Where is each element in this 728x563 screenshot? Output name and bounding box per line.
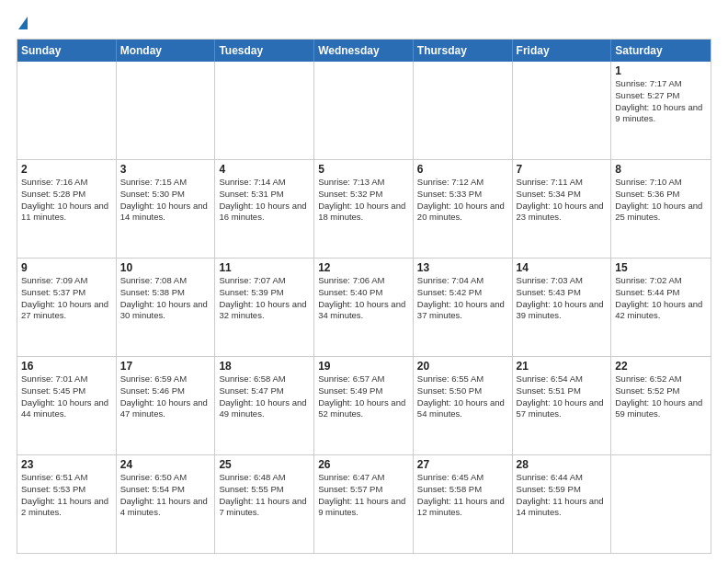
calendar-day-2: 2Sunrise: 7:16 AM Sunset: 5:28 PM Daylig… <box>17 160 117 258</box>
calendar-day-18: 18Sunrise: 6:58 AM Sunset: 5:47 PM Dayli… <box>215 357 314 454</box>
calendar-day-empty <box>611 455 711 553</box>
day-info: Sunrise: 6:50 AM Sunset: 5:54 PM Dayligh… <box>120 472 211 519</box>
day-number: 23 <box>21 458 112 471</box>
header-day-sunday: Sunday <box>17 40 117 62</box>
logo <box>17 17 28 29</box>
day-info: Sunrise: 7:10 AM Sunset: 5:36 PM Dayligh… <box>615 177 707 224</box>
day-number: 9 <box>21 261 112 274</box>
logo-triangle-icon <box>18 17 28 29</box>
day-number: 19 <box>318 360 409 373</box>
day-number: 7 <box>517 163 608 176</box>
day-number: 14 <box>517 261 608 274</box>
calendar-day-9: 9Sunrise: 7:09 AM Sunset: 5:37 PM Daylig… <box>17 259 117 356</box>
calendar-day-20: 20Sunrise: 6:55 AM Sunset: 5:50 PM Dayli… <box>414 357 513 454</box>
calendar-day-21: 21Sunrise: 6:54 AM Sunset: 5:51 PM Dayli… <box>513 357 612 454</box>
day-number: 24 <box>120 458 211 471</box>
calendar-day-6: 6Sunrise: 7:12 AM Sunset: 5:33 PM Daylig… <box>414 160 513 258</box>
day-number: 16 <box>21 360 112 373</box>
calendar-week-3: 9Sunrise: 7:09 AM Sunset: 5:37 PM Daylig… <box>17 259 711 357</box>
calendar-day-7: 7Sunrise: 7:11 AM Sunset: 5:34 PM Daylig… <box>513 160 612 258</box>
calendar-day-22: 22Sunrise: 6:52 AM Sunset: 5:52 PM Dayli… <box>611 357 711 454</box>
day-info: Sunrise: 6:54 AM Sunset: 5:51 PM Dayligh… <box>517 373 608 420</box>
day-info: Sunrise: 7:16 AM Sunset: 5:28 PM Dayligh… <box>21 177 112 224</box>
calendar-day-26: 26Sunrise: 6:47 AM Sunset: 5:57 PM Dayli… <box>314 455 414 553</box>
day-number: 13 <box>417 261 508 274</box>
day-info: Sunrise: 7:03 AM Sunset: 5:43 PM Dayligh… <box>517 275 608 322</box>
calendar-day-4: 4Sunrise: 7:14 AM Sunset: 5:31 PM Daylig… <box>215 160 314 258</box>
day-number: 11 <box>219 261 310 274</box>
header-day-friday: Friday <box>513 40 612 62</box>
calendar-day-16: 16Sunrise: 7:01 AM Sunset: 5:45 PM Dayli… <box>17 357 117 454</box>
day-info: Sunrise: 6:51 AM Sunset: 5:53 PM Dayligh… <box>21 472 112 519</box>
day-info: Sunrise: 7:09 AM Sunset: 5:37 PM Dayligh… <box>21 275 112 322</box>
day-info: Sunrise: 7:04 AM Sunset: 5:42 PM Dayligh… <box>417 275 508 322</box>
day-info: Sunrise: 7:11 AM Sunset: 5:34 PM Dayligh… <box>517 177 608 224</box>
day-number: 25 <box>219 458 310 471</box>
calendar-week-2: 2Sunrise: 7:16 AM Sunset: 5:28 PM Daylig… <box>17 160 711 259</box>
calendar-day-empty <box>513 62 612 159</box>
day-info: Sunrise: 6:59 AM Sunset: 5:46 PM Dayligh… <box>120 373 211 420</box>
day-info: Sunrise: 7:12 AM Sunset: 5:33 PM Dayligh… <box>417 177 508 224</box>
day-info: Sunrise: 6:45 AM Sunset: 5:58 PM Dayligh… <box>417 472 508 519</box>
day-number: 26 <box>318 458 409 471</box>
day-number: 12 <box>318 261 409 274</box>
day-number: 5 <box>318 163 409 176</box>
calendar-day-15: 15Sunrise: 7:02 AM Sunset: 5:44 PM Dayli… <box>611 259 711 356</box>
calendar-day-23: 23Sunrise: 6:51 AM Sunset: 5:53 PM Dayli… <box>17 455 117 553</box>
calendar-day-28: 28Sunrise: 6:44 AM Sunset: 5:59 PM Dayli… <box>513 455 612 553</box>
calendar-day-25: 25Sunrise: 6:48 AM Sunset: 5:55 PM Dayli… <box>215 455 314 553</box>
day-info: Sunrise: 7:07 AM Sunset: 5:39 PM Dayligh… <box>219 275 310 322</box>
calendar: SundayMondayTuesdayWednesdayThursdayFrid… <box>17 39 711 554</box>
calendar-day-5: 5Sunrise: 7:13 AM Sunset: 5:32 PM Daylig… <box>314 160 414 258</box>
calendar-day-empty <box>414 62 513 159</box>
calendar-day-27: 27Sunrise: 6:45 AM Sunset: 5:58 PM Dayli… <box>414 455 513 553</box>
calendar-day-14: 14Sunrise: 7:03 AM Sunset: 5:43 PM Dayli… <box>513 259 612 356</box>
day-info: Sunrise: 7:01 AM Sunset: 5:45 PM Dayligh… <box>21 373 112 420</box>
calendar-day-8: 8Sunrise: 7:10 AM Sunset: 5:36 PM Daylig… <box>611 160 711 258</box>
day-info: Sunrise: 6:58 AM Sunset: 5:47 PM Dayligh… <box>219 373 310 420</box>
day-info: Sunrise: 7:06 AM Sunset: 5:40 PM Dayligh… <box>318 275 409 322</box>
calendar-day-empty <box>117 62 216 159</box>
header-day-tuesday: Tuesday <box>215 40 314 62</box>
day-number: 6 <box>417 163 508 176</box>
day-number: 8 <box>615 163 707 176</box>
day-number: 1 <box>615 64 707 77</box>
day-info: Sunrise: 6:47 AM Sunset: 5:57 PM Dayligh… <box>318 472 409 519</box>
calendar-day-3: 3Sunrise: 7:15 AM Sunset: 5:30 PM Daylig… <box>117 160 216 258</box>
calendar-day-empty <box>215 62 314 159</box>
calendar-body: 1Sunrise: 7:17 AM Sunset: 5:27 PM Daylig… <box>17 62 711 553</box>
day-number: 3 <box>120 163 211 176</box>
day-number: 17 <box>120 360 211 373</box>
header-day-thursday: Thursday <box>414 40 513 62</box>
day-number: 2 <box>21 163 112 176</box>
calendar-day-10: 10Sunrise: 7:08 AM Sunset: 5:38 PM Dayli… <box>117 259 216 356</box>
calendar-day-12: 12Sunrise: 7:06 AM Sunset: 5:40 PM Dayli… <box>314 259 414 356</box>
calendar-day-11: 11Sunrise: 7:07 AM Sunset: 5:39 PM Dayli… <box>215 259 314 356</box>
day-number: 15 <box>615 261 707 274</box>
day-number: 10 <box>120 261 211 274</box>
day-info: Sunrise: 7:02 AM Sunset: 5:44 PM Dayligh… <box>615 275 707 322</box>
calendar-header-row: SundayMondayTuesdayWednesdayThursdayFrid… <box>17 40 711 62</box>
day-info: Sunrise: 7:14 AM Sunset: 5:31 PM Dayligh… <box>219 177 310 224</box>
day-info: Sunrise: 6:55 AM Sunset: 5:50 PM Dayligh… <box>417 373 508 420</box>
header-day-wednesday: Wednesday <box>314 40 414 62</box>
day-info: Sunrise: 7:13 AM Sunset: 5:32 PM Dayligh… <box>318 177 409 224</box>
header-day-monday: Monday <box>117 40 216 62</box>
day-number: 20 <box>417 360 508 373</box>
header <box>17 17 711 29</box>
day-info: Sunrise: 6:57 AM Sunset: 5:49 PM Dayligh… <box>318 373 409 420</box>
calendar-day-empty <box>314 62 414 159</box>
calendar-day-19: 19Sunrise: 6:57 AM Sunset: 5:49 PM Dayli… <box>314 357 414 454</box>
day-number: 21 <box>517 360 608 373</box>
page: SundayMondayTuesdayWednesdayThursdayFrid… <box>0 0 728 563</box>
calendar-day-13: 13Sunrise: 7:04 AM Sunset: 5:42 PM Dayli… <box>414 259 513 356</box>
day-number: 4 <box>219 163 310 176</box>
calendar-week-1: 1Sunrise: 7:17 AM Sunset: 5:27 PM Daylig… <box>17 62 711 160</box>
calendar-day-empty <box>17 62 117 159</box>
calendar-week-4: 16Sunrise: 7:01 AM Sunset: 5:45 PM Dayli… <box>17 357 711 455</box>
day-info: Sunrise: 7:08 AM Sunset: 5:38 PM Dayligh… <box>120 275 211 322</box>
calendar-day-24: 24Sunrise: 6:50 AM Sunset: 5:54 PM Dayli… <box>117 455 216 553</box>
calendar-day-1: 1Sunrise: 7:17 AM Sunset: 5:27 PM Daylig… <box>611 62 711 159</box>
day-number: 28 <box>517 458 608 471</box>
day-info: Sunrise: 6:44 AM Sunset: 5:59 PM Dayligh… <box>517 472 608 519</box>
